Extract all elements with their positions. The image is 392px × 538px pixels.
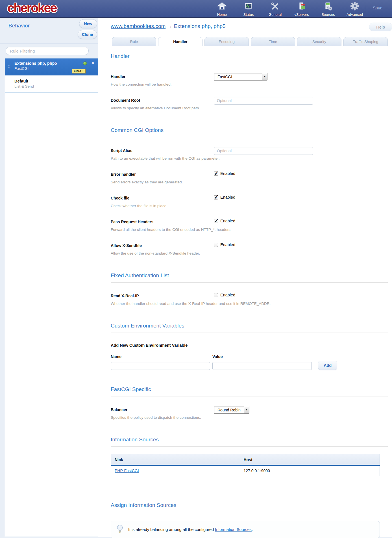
document-root-input[interactable] — [214, 97, 313, 105]
chevron-down-icon: ▼ — [244, 406, 249, 413]
rule-list: ↕ Extensions php, php5 FastCGI × FINAL D… — [5, 58, 98, 537]
source-nick-link[interactable]: PHP-FastCGI — [115, 468, 139, 473]
pass-request-headers-checkbox[interactable]: Enabled — [214, 219, 235, 223]
section-title-info-sources: Information Sources — [111, 437, 388, 447]
tab-time[interactable]: Time — [251, 37, 295, 46]
balancing-notice-box: It is already balancing among all the co… — [111, 521, 380, 538]
section-title-assign-sources: Assign Information Sources — [111, 502, 388, 512]
rule-handler-type: List & Send — [14, 84, 95, 88]
field-check-file: Check file Enabled Check whether the fil… — [111, 194, 388, 209]
new-rule-button[interactable]: New — [79, 19, 97, 28]
field-description: Specifies the policy used to dispatch th… — [111, 415, 388, 420]
rule-row-default[interactable]: Default List & Send — [5, 75, 98, 93]
sidebar-divider — [0, 44, 98, 44]
nav-item-sources[interactable]: Sources — [319, 1, 338, 17]
tab-rule[interactable]: Rule — [112, 37, 156, 46]
nav-item-vservers[interactable]: vServers — [292, 1, 311, 17]
drag-handle-icon[interactable]: ↕ — [8, 63, 10, 69]
env-name-input[interactable] — [111, 362, 210, 370]
nav-label: Sources — [321, 12, 335, 17]
notice-prefix: It is already balancing among all the co… — [128, 527, 215, 532]
rule-name: Extensions php, php5 — [14, 61, 95, 66]
tab-encoding[interactable]: Encoding — [204, 37, 249, 46]
nav-item-advanced[interactable]: Advanced — [345, 1, 364, 17]
env-value-input[interactable] — [212, 362, 312, 370]
checkbox-box[interactable] — [214, 172, 218, 176]
notice-suffix: . — [252, 527, 253, 532]
balancer-select[interactable]: Round Robin ▼ — [214, 406, 249, 414]
top-header-bar: cherokee Home — [0, 0, 392, 18]
nav-label: Home — [217, 12, 227, 17]
rule-tabs: Rule Handler Encoding Time Security Traf… — [111, 37, 388, 46]
read-x-real-ip-checkbox[interactable]: Enabled — [214, 293, 235, 297]
section-title-common-cgi: Common CGI Options — [111, 127, 388, 137]
balancer-select-value: Round Robin — [214, 406, 244, 413]
section-title-custom-env: Custom Environment Variables — [111, 323, 388, 333]
tab-security[interactable]: Security — [297, 37, 341, 46]
section-title-fastcgi-specific: FastCGI Specific — [111, 386, 388, 396]
lightbulb-icon — [116, 524, 124, 535]
field-description: Whether the handler should read and use … — [111, 301, 388, 306]
save-link[interactable]: Save — [373, 5, 382, 10]
checkbox-label: Enabled — [220, 171, 235, 176]
notice-text: It is already balancing among all the co… — [128, 527, 253, 532]
final-badge: FINAL — [72, 69, 86, 73]
checkbox-box[interactable] — [214, 219, 218, 223]
nav-label: General — [269, 12, 282, 17]
add-env-button[interactable]: Add — [318, 361, 337, 370]
nav-item-general[interactable]: General — [265, 1, 285, 17]
nick-column-header: Nick — [111, 454, 240, 465]
tools-icon — [270, 1, 280, 12]
breadcrumb-rule: Extensions php, php5 — [174, 23, 226, 29]
information-sources-link[interactable]: Information Sources — [215, 527, 252, 532]
checkbox-box[interactable] — [214, 243, 218, 247]
checkbox-label: Enabled — [220, 195, 235, 199]
checkbox-box[interactable] — [214, 293, 218, 297]
allow-x-sendfile-checkbox[interactable]: Enabled — [214, 242, 235, 247]
script-alias-input[interactable] — [214, 147, 313, 155]
chevron-down-icon: ▼ — [262, 73, 267, 80]
nav-item-home[interactable]: Home — [212, 1, 232, 17]
breadcrumb-vserver-link[interactable]: www.bambookites.com — [111, 23, 165, 29]
delete-rule-icon[interactable]: × — [91, 60, 94, 66]
home-icon — [217, 1, 227, 12]
clone-rule-button[interactable]: Clone — [78, 30, 97, 39]
field-description: Allows to specify an alternative Documen… — [111, 106, 388, 110]
add-env-heading: Add New Custom Environment Variable — [111, 343, 388, 348]
field-description: Send errors exactly as they are generate… — [111, 180, 388, 184]
sources-icon — [323, 1, 333, 12]
tab-handler[interactable]: Handler — [158, 37, 202, 46]
breadcrumb-arrow: → — [167, 23, 173, 29]
field-description: How the connection will be handled. — [111, 82, 388, 86]
help-button[interactable]: Help — [369, 23, 392, 31]
field-label: Allow X-Sendfile — [111, 242, 388, 248]
handler-select[interactable]: FastCGI ▼ — [214, 73, 267, 81]
status-monitor-icon — [243, 1, 254, 12]
field-pass-request-headers: Pass Request Headers Enabled Forward all… — [111, 218, 388, 232]
field-label: Check file — [111, 194, 388, 200]
checkbox-label: Enabled — [220, 219, 235, 223]
handler-select-value: FastCGI — [214, 73, 262, 80]
error-handler-checkbox[interactable]: Enabled — [214, 171, 235, 176]
check-file-checkbox[interactable]: Enabled — [214, 195, 235, 199]
field-document-root: Document Root Allows to specify an alter… — [111, 97, 388, 111]
checkbox-box[interactable] — [214, 195, 218, 199]
tab-traffic-shaping[interactable]: Traffic Shaping — [343, 37, 388, 46]
main-navigation: Home Status — [212, 1, 364, 17]
nav-label: Advanced — [347, 12, 363, 17]
breadcrumb: www.bambookites.com → Extensions php, ph… — [111, 23, 226, 29]
rule-enabled-dot[interactable] — [83, 62, 87, 65]
rule-filter-input[interactable] — [6, 47, 89, 55]
source-host: 127.0.0.1:9000 — [240, 465, 380, 476]
field-script-alias: Script Alias Path to an executable that … — [111, 147, 388, 161]
gear-icon — [350, 1, 360, 12]
field-description: Forward all the client headers to the CG… — [111, 227, 388, 232]
field-balancer: Balancer Round Robin ▼ Specifies the pol… — [111, 406, 388, 420]
field-description: Allow the use of the non-standard X-Send… — [111, 251, 388, 255]
add-env-form: Name Value Add — [111, 354, 388, 370]
field-description: Check whether the file is in place. — [111, 204, 388, 208]
field-description: Path to an executable that will be run w… — [111, 156, 388, 160]
nav-item-status[interactable]: Status — [239, 1, 258, 17]
rule-row-extensions-php[interactable]: ↕ Extensions php, php5 FastCGI × FINAL — [5, 58, 98, 75]
field-error-handler: Error handler Enabled Send errors exactl… — [111, 171, 388, 185]
